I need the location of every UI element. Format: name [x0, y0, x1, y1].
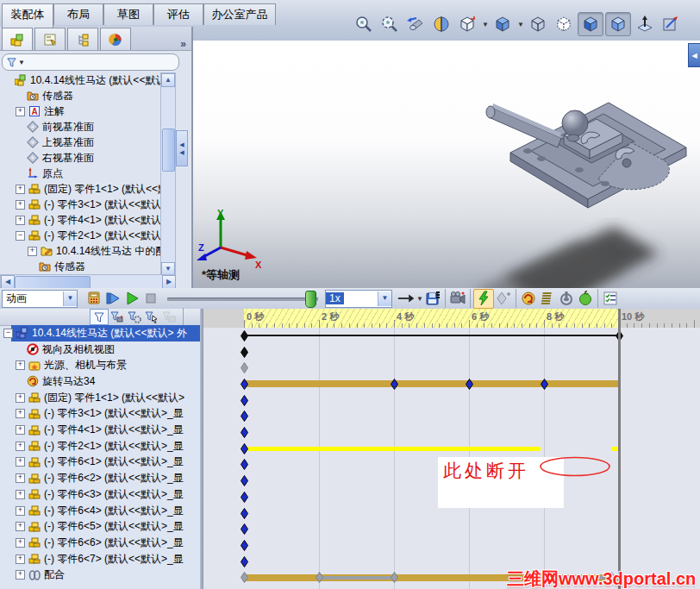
expand-icon[interactable]: +: [16, 425, 25, 435]
results-tool-icon[interactable]: [601, 290, 620, 308]
tree-item-10.4.14线性马达[interactable]: 10.4.14线性马达 (默认<<默认: [0, 72, 160, 88]
expand-icon[interactable]: +: [16, 538, 25, 548]
tree-item-配合[interactable]: +配合: [0, 567, 200, 584]
expand-icon[interactable]: +: [16, 409, 25, 418]
scroll-left-arrow[interactable]: ◀: [1, 275, 15, 289]
tree-item-(-) 零件3<1> ([interactable]: +(-) 零件3<1> (默认<<默认>: [0, 197, 160, 212]
damper-tool-icon[interactable]: [557, 290, 576, 308]
keyframe-part6-2[interactable]: [241, 475, 248, 489]
scroll-up-arrow[interactable]: ▲: [161, 73, 175, 87]
motion-calculator-icon[interactable]: [84, 290, 103, 308]
keyframe-part6-6[interactable]: [241, 540, 248, 554]
previous-view-icon[interactable]: [403, 13, 428, 35]
tree-item-注解[interactable]: +A注解: [0, 103, 160, 119]
filter-none-icon[interactable]: [90, 309, 109, 325]
tree-item-(-) 零件2<1> ([interactable]: −(-) 零件2<1> (默认<<默认>: [0, 228, 160, 243]
tree-item-旋转马达34[interactable]: 旋转马达34: [0, 373, 200, 390]
tree-item-(固定) 零件1<1>[interactable]: +(固定) 零件1<1> (默认<<默: [0, 181, 160, 197]
keyframe-assembly-duration[interactable]: [241, 330, 248, 344]
tab-office-products[interactable]: 办公室产品: [203, 3, 276, 25]
keyframe-mates[interactable]: [241, 572, 248, 586]
tab-evaluate[interactable]: 评估: [153, 3, 203, 25]
playback-speed-combo[interactable]: 1x ▼: [325, 290, 392, 308]
study-type-dropdown[interactable]: ▼: [63, 291, 77, 306]
graphics-viewport[interactable]: Y X Z *等轴测 ◀: [193, 41, 700, 288]
panel-collapse-handle[interactable]: ◀◀: [176, 130, 188, 166]
task-pane-tab[interactable]: ◀: [688, 43, 700, 67]
propertymanager-tab[interactable]: [34, 28, 66, 50]
featuremanager-tab[interactable]: [2, 28, 33, 50]
expand-icon[interactable]: +: [16, 393, 25, 403]
displaymanager-tab[interactable]: [100, 28, 131, 50]
tree-item-前视基准面[interactable]: 前视基准面: [0, 119, 160, 135]
tree-item-(-) 零件6<5> ([interactable]: +(-) 零件6<5> (默认<<默认>_显: [0, 518, 200, 535]
keyframe-part6-3[interactable]: [241, 492, 248, 505]
expand-icon[interactable]: +: [16, 442, 25, 451]
tree-item-(-) 零件6<7> ([interactable]: +(-) 零件6<7> (默认<<默认>_显: [0, 551, 200, 567]
motor-tool-icon[interactable]: [519, 290, 538, 308]
shaded-icon[interactable]: [605, 12, 631, 36]
rotary-motor-34-bar[interactable]: [244, 380, 619, 387]
collapse-icon[interactable]: −: [3, 329, 13, 338]
edit-sketch-icon[interactable]: [659, 13, 683, 35]
filter-animated-icon[interactable]: [109, 310, 126, 324]
keyframe-part6-4[interactable]: [241, 508, 248, 522]
tree-filter-box[interactable]: ▼: [2, 53, 179, 71]
tree-item-(-) 零件6<4> ([interactable]: +(-) 零件6<4> (默认<<默认>_显: [0, 503, 200, 519]
vscroll-thumb[interactable]: [162, 128, 175, 172]
keyframe-part4-1[interactable]: [241, 427, 248, 441]
keyframe-part3-1[interactable]: [241, 410, 248, 424]
view-orientation-icon[interactable]: [455, 13, 479, 35]
play-from-start-icon[interactable]: [103, 290, 122, 308]
expand-icon[interactable]: +: [16, 457, 25, 467]
keyframe-part6-1[interactable]: [241, 459, 248, 473]
keyframe-part1-1[interactable]: [241, 395, 248, 409]
display-style-dropdown-arrow[interactable]: ▼: [517, 21, 524, 28]
display-style-icon[interactable]: [491, 13, 515, 35]
keyframe-rotary-motor-34[interactable]: [391, 379, 398, 392]
play-icon[interactable]: [122, 290, 141, 308]
keyframe-part6-7[interactable]: [241, 556, 248, 570]
tree-item-(-) 零件6<1> ([interactable]: +(-) 零件6<1> (默认<<默认>_显: [0, 454, 200, 471]
part2-1-bar[interactable]: [244, 447, 541, 451]
spring-tool-icon[interactable]: [538, 290, 557, 308]
keyframe-rotary-motor-34[interactable]: [466, 379, 473, 392]
tree-item-传感器[interactable]: 传感器: [0, 88, 160, 103]
keyframe-rotary-motor-34[interactable]: [541, 379, 548, 392]
tree-item-(-) 零件6<2> ([interactable]: +(-) 零件6<2> (默认<<默认>_显: [0, 470, 200, 486]
tab-layout[interactable]: 布局: [53, 3, 103, 25]
tree-item-(-) 零件4<1> ([interactable]: +(-) 零件4<1> (默认<<默认>_显: [0, 422, 200, 438]
keyframe-mates[interactable]: [391, 572, 398, 586]
scroll-right-arrow[interactable]: ▶: [162, 275, 176, 289]
tree-item-上视基准面[interactable]: 上视基准面: [0, 135, 160, 150]
tree-item-视向及相机视图[interactable]: 视向及相机视图: [0, 341, 200, 358]
tree-item-10.4.14线性马达[interactable]: +10.4.14线性马达 中的配: [0, 243, 160, 259]
playback-mode-icon[interactable]: ▼: [397, 290, 423, 308]
keyframe-mates[interactable]: [316, 572, 323, 586]
hidden-lines-visible-icon[interactable]: [552, 13, 576, 35]
feature-tree-vscrollbar[interactable]: ▲ ▼: [160, 72, 176, 276]
expand-icon[interactable]: +: [16, 185, 25, 194]
collapse-icon[interactable]: −: [16, 231, 25, 241]
expand-icon[interactable]: +: [16, 473, 25, 483]
tree-item-右视基准面[interactable]: 右视基准面: [0, 150, 160, 166]
keyframe-part6-5[interactable]: [241, 523, 248, 537]
tab-assembly[interactable]: 装配体: [2, 3, 53, 28]
tab-sketch[interactable]: 草图: [103, 3, 153, 25]
expand-icon[interactable]: +: [16, 555, 25, 564]
view-plane-icon[interactable]: [633, 13, 657, 35]
tree-item-(-) 零件3<1> ([interactable]: +(-) 零件3<1> (默认<<默认>_显: [0, 406, 200, 423]
expand-icon[interactable]: +: [16, 490, 25, 499]
filter-driving-icon[interactable]: [126, 310, 143, 324]
timebar[interactable]: [618, 309, 621, 589]
autokey-icon[interactable]: [473, 289, 494, 309]
stop-icon[interactable]: [141, 290, 160, 308]
tree-item-(-) 零件6<6> ([interactable]: +(-) 零件6<6> (默认<<默认>_显: [0, 535, 200, 551]
keyframe-part2-1[interactable]: [241, 443, 248, 457]
expand-icon[interactable]: +: [16, 360, 25, 370]
expand-icon[interactable]: +: [16, 522, 25, 531]
tree-item-10.4.14线性马达[interactable]: −10.4.14线性马达 (默认<<默认> 外: [0, 325, 200, 341]
expand-icon[interactable]: +: [28, 247, 37, 256]
keyframe-lights-cameras-scene[interactable]: [241, 362, 248, 376]
slider-thumb[interactable]: [305, 291, 316, 308]
